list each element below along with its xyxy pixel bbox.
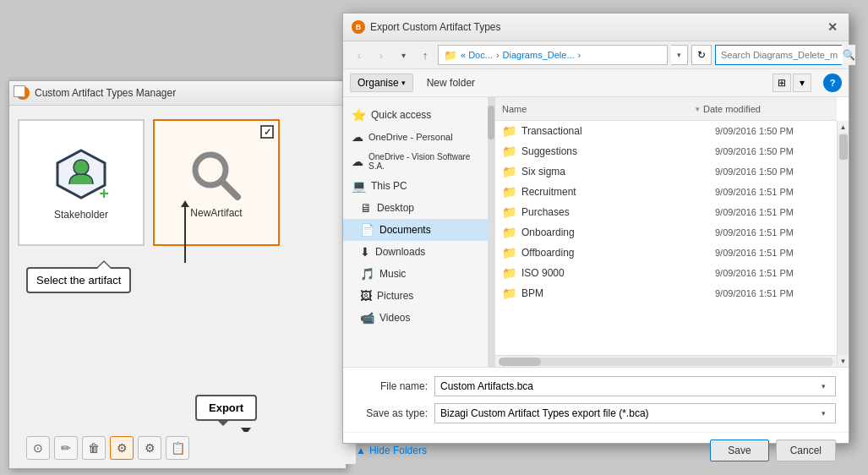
new-artifact-label: NewArtifact <box>190 207 242 219</box>
bg-window: B Custom Artifact Types Manager + Stakeh… <box>8 80 347 469</box>
filename-input[interactable]: Custom Artifacts.bca ▾ <box>434 376 836 396</box>
plus-icon: + <box>99 185 109 202</box>
save-button[interactable]: Save <box>710 440 768 461</box>
sidebar-videos-label: Videos <box>379 312 410 324</box>
sidebar-item-quickaccess[interactable]: ⭐ Quick access <box>343 104 494 126</box>
folder-icon-2: 📁 <box>502 165 516 178</box>
hscroll-thumb <box>499 358 541 366</box>
sidebar-item-music[interactable]: 🎵 Music <box>343 263 494 285</box>
sidebar-item-downloads[interactable]: ⬇ Downloads <box>343 241 494 263</box>
dialog-close-btn[interactable]: ✕ <box>825 19 840 35</box>
tool-clipboard-btn[interactable]: 📋 <box>166 436 189 460</box>
sidebar-item-desktop[interactable]: 🖥 Desktop <box>343 197 494 219</box>
saveas-dropdown-icon[interactable]: ▾ <box>816 409 830 418</box>
sidebar-item-thispc[interactable]: 💻 This PC <box>343 175 494 197</box>
file-list-vscrollbar[interactable]: ▲ ▼ <box>837 121 849 367</box>
dialog-icon: B <box>352 20 365 34</box>
file-row[interactable]: 📁 BPM 9/09/2016 1:51 PM <box>495 283 849 303</box>
file-row[interactable]: 📁 Offboarding 9/09/2016 1:51 PM <box>495 243 849 263</box>
path-dropdown-btn[interactable]: ▾ <box>671 45 688 65</box>
tool-edit-btn[interactable]: ✏ <box>54 436 78 460</box>
tool-circle-btn[interactable]: ⊙ <box>26 436 50 460</box>
file-date-7: 9/09/2016 1:51 PM <box>715 268 842 278</box>
file-row[interactable]: 📁 Purchases 9/09/2016 1:51 PM <box>495 202 849 222</box>
export-callout-text: Export <box>209 401 243 414</box>
folder-icon-6: 📁 <box>502 246 516 259</box>
select-all-checkbox[interactable] <box>14 85 25 97</box>
scroll-thumb <box>839 134 848 160</box>
file-row[interactable]: 📁 Onboarding 9/09/2016 1:51 PM <box>495 222 849 243</box>
file-list-hscrollbar[interactable] <box>495 355 837 367</box>
up-btn[interactable]: ↑ <box>416 46 434 64</box>
sidebar-item-documents[interactable]: 📄 Documents <box>343 219 494 241</box>
tool-delete-btn[interactable]: 🗑 <box>82 436 106 460</box>
sidebar-item-pictures[interactable]: 🖼 Pictures <box>343 285 494 307</box>
organise-btn[interactable]: Organise ▾ <box>350 74 413 92</box>
help-btn[interactable]: ? <box>823 74 842 92</box>
new-folder-btn[interactable]: New folder <box>420 74 482 91</box>
search-btn[interactable]: 🔍 <box>843 45 855 65</box>
forward-btn[interactable]: › <box>372 46 390 64</box>
filename-dropdown-icon[interactable]: ▾ <box>816 382 830 390</box>
stakeholder-artifact[interactable]: + Stakeholder <box>18 119 145 246</box>
saveas-input[interactable]: Bizagi Custom Artifact Types export file… <box>434 403 836 423</box>
sidebar-scroll-thumb <box>488 106 494 139</box>
folder-icon-0: 📁 <box>502 124 516 138</box>
quickaccess-icon: ⭐ <box>352 108 366 122</box>
thispc-icon: 💻 <box>352 179 366 193</box>
filename-value: Custom Artifacts.bca <box>440 380 533 392</box>
tool-settings2-btn[interactable]: ⚙ <box>138 436 161 460</box>
back-btn[interactable]: ‹ <box>350 46 368 64</box>
sort-arrow: ▾ <box>696 105 700 113</box>
onedrive-personal-icon: ☁ <box>352 130 363 144</box>
recent-btn[interactable]: ▾ <box>394 46 412 64</box>
content-area: ⭐ Quick access ☁ OneDrive - Personal ☁ O… <box>343 97 849 368</box>
col-name-header[interactable]: Name <box>502 104 696 114</box>
cancel-button[interactable]: Cancel <box>776 440 836 461</box>
hide-folders-chevron: ▲ <box>356 445 366 456</box>
view-list-btn[interactable]: ▾ <box>793 74 811 92</box>
nav-path-diagrams: Diagrams_Dele... <box>503 50 575 60</box>
sidebar-documents-label: Documents <box>379 224 431 236</box>
new-artifact-checkbox[interactable] <box>260 125 274 139</box>
svg-line-3 <box>221 181 237 197</box>
onedrive-vision-icon: ☁ <box>352 155 363 168</box>
sidebar-scrollbar[interactable] <box>488 97 494 367</box>
scroll-up-btn[interactable]: ▲ <box>838 121 849 133</box>
file-date-5: 9/09/2016 1:51 PM <box>715 227 842 238</box>
dialog-titlebar: B Export Custom Artifact Types ✕ <box>343 14 849 41</box>
search-input[interactable] <box>716 46 843 64</box>
file-row[interactable]: 📁 ISO 9000 9/09/2016 1:51 PM <box>495 263 849 283</box>
file-row[interactable]: 📁 Six sigma 9/09/2016 1:50 PM <box>495 161 849 182</box>
hide-folders-btn[interactable]: ▲ Hide Folders <box>356 445 427 456</box>
file-date-4: 9/09/2016 1:51 PM <box>715 207 842 217</box>
sidebar-item-onedrive-personal[interactable]: ☁ OneDrive - Personal <box>343 126 494 148</box>
tool-settings-btn[interactable]: ⚙ <box>110 436 134 460</box>
file-toolbar: Organise ▾ New folder ⊞ ▾ ? <box>343 69 849 97</box>
bg-window-titlebar: B Custom Artifact Types Manager <box>9 81 346 106</box>
sidebar-item-onedrive-vision[interactable]: ☁ OneDrive - Vision Software S.A. <box>343 148 494 175</box>
scroll-down-btn[interactable]: ▼ <box>838 355 849 367</box>
dialog-title-area: B Export Custom Artifact Types <box>352 20 501 34</box>
file-row[interactable]: 📁 Recruitment 9/09/2016 1:51 PM <box>495 182 849 202</box>
folder-icon-3: 📁 <box>502 185 516 199</box>
file-name-3: Recruitment <box>521 186 710 198</box>
file-row[interactable]: 📁 Transactional 9/09/2016 1:50 PM <box>495 121 849 141</box>
action-buttons: Save Cancel <box>710 440 836 461</box>
file-date-6: 9/09/2016 1:51 PM <box>715 248 842 258</box>
file-date-2: 9/09/2016 1:50 PM <box>715 167 842 177</box>
bg-window-content: + Stakeholder NewArtifact <box>9 106 346 254</box>
bg-window-title: Custom Artifact Types Manager <box>35 87 176 99</box>
sidebar-item-videos[interactable]: 📹 Videos <box>343 307 494 329</box>
file-row[interactable]: 📁 Suggestions 9/09/2016 1:50 PM <box>495 141 849 161</box>
file-name-1: Suggestions <box>521 145 710 157</box>
new-artifact[interactable]: NewArtifact <box>153 119 280 246</box>
svg-point-1 <box>74 160 89 175</box>
file-name-5: Onboarding <box>521 227 710 238</box>
view-grid-btn[interactable]: ⊞ <box>772 74 791 92</box>
stakeholder-label: Stakeholder <box>54 209 108 221</box>
nav-bar: ‹ › ▾ ↑ 📁 « Doc... › Diagrams_Dele... › … <box>343 41 849 69</box>
refresh-btn[interactable]: ↻ <box>691 45 712 65</box>
select-artifact-callout: Select the artifact <box>26 267 131 293</box>
sidebar-thispc-label: This PC <box>371 180 407 192</box>
